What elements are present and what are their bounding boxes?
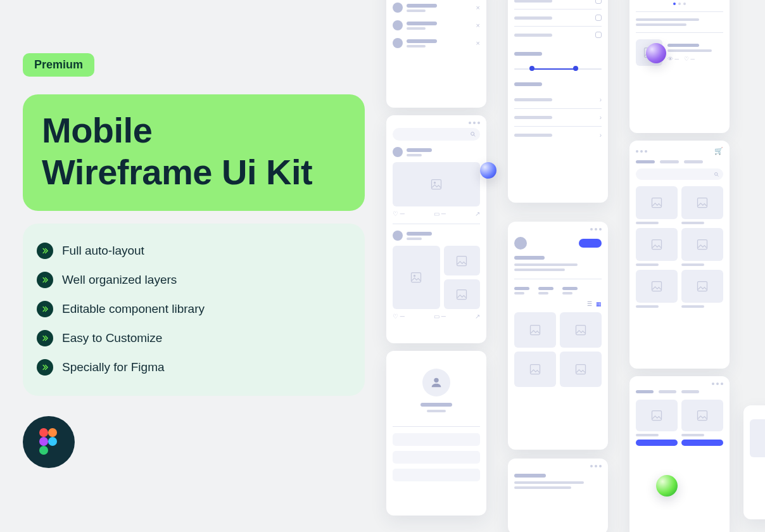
svg-point-3 bbox=[48, 437, 57, 446]
mockup-gallery: 🛒 bbox=[629, 141, 730, 369]
bullet-icon bbox=[37, 243, 53, 259]
svg-point-2 bbox=[39, 437, 48, 446]
feature-item: Easy to Customize bbox=[37, 324, 351, 353]
svg-rect-16 bbox=[576, 365, 586, 374]
svg-point-18 bbox=[715, 172, 718, 175]
svg-point-9 bbox=[414, 275, 415, 277]
range-slider bbox=[514, 66, 602, 72]
mockup-cluster: × × × × ♡ ─▭ ─↗ bbox=[374, 0, 765, 532]
bullet-icon bbox=[37, 330, 53, 346]
svg-point-0 bbox=[39, 428, 48, 437]
premium-badge: Premium bbox=[23, 53, 94, 77]
feature-item: Editable component library bbox=[37, 294, 351, 324]
svg-point-1 bbox=[48, 428, 57, 437]
mockup-profile bbox=[386, 351, 486, 516]
image-placeholder-icon bbox=[430, 178, 443, 191]
svg-point-5 bbox=[471, 132, 474, 136]
bullet-icon bbox=[37, 272, 53, 288]
decorative-orb-green bbox=[656, 475, 678, 497]
svg-rect-13 bbox=[531, 326, 540, 335]
svg-rect-24 bbox=[698, 282, 707, 291]
svg-rect-23 bbox=[652, 282, 662, 291]
feature-label: Easy to Customize bbox=[62, 331, 162, 345]
decorative-orb-blue bbox=[480, 162, 496, 179]
svg-rect-11 bbox=[457, 289, 467, 299]
svg-rect-22 bbox=[698, 240, 707, 250]
svg-rect-26 bbox=[698, 411, 707, 421]
svg-rect-6 bbox=[432, 180, 441, 189]
svg-rect-8 bbox=[412, 273, 421, 282]
svg-rect-20 bbox=[698, 198, 707, 208]
svg-rect-15 bbox=[531, 365, 540, 374]
bullet-icon bbox=[37, 301, 53, 317]
search-icon bbox=[470, 131, 476, 137]
eye-icon: 👁 ─ bbox=[667, 56, 679, 62]
mockup-product-card: ♡ 👁 ─♡ ─ bbox=[629, 0, 730, 133]
grid-view-icon: ▦ bbox=[596, 301, 602, 307]
product-title: Mobile Wireframe Ui Kit bbox=[42, 110, 346, 193]
title-line-1: Mobile bbox=[42, 110, 152, 150]
list-view-icon: ☰ bbox=[587, 301, 592, 307]
svg-rect-21 bbox=[652, 240, 662, 250]
figma-icon bbox=[38, 428, 60, 457]
decorative-orb-purple bbox=[646, 43, 666, 63]
feature-item: Specially for Figma bbox=[37, 353, 351, 382]
cart-icon: 🛒 bbox=[714, 147, 723, 155]
feature-label: Editable component library bbox=[62, 302, 205, 316]
feature-label: Well organized layers bbox=[62, 273, 177, 287]
mockup-text bbox=[508, 459, 608, 532]
comment-icon: ▭ ─ bbox=[434, 210, 446, 217]
chevron-right-icon: › bbox=[600, 96, 602, 103]
svg-point-7 bbox=[434, 182, 436, 184]
heart-icon: ♡ ─ bbox=[393, 210, 405, 217]
feature-item: Well organized layers bbox=[37, 265, 351, 294]
feature-item: Full auto-layout bbox=[37, 236, 351, 265]
figma-logo-badge bbox=[23, 416, 75, 468]
svg-rect-10 bbox=[457, 256, 467, 265]
title-line-2: Wireframe Ui Kit bbox=[42, 152, 312, 192]
info-panel: Premium Mobile Wireframe Ui Kit Full aut… bbox=[23, 53, 365, 468]
svg-point-12 bbox=[434, 378, 438, 383]
user-avatar-icon bbox=[422, 369, 450, 396]
mockup-edge bbox=[743, 405, 765, 519]
mockup-profile-grid: ☰▦ bbox=[508, 222, 608, 450]
svg-point-4 bbox=[39, 446, 48, 455]
svg-rect-25 bbox=[652, 411, 662, 421]
features-card: Full auto-layout Well organized layers E… bbox=[23, 224, 365, 396]
svg-rect-14 bbox=[576, 326, 586, 335]
mockup-contact-list: × × × × bbox=[386, 0, 486, 108]
mockup-shop bbox=[629, 376, 730, 532]
svg-rect-19 bbox=[652, 198, 662, 208]
bullet-icon bbox=[37, 359, 53, 376]
share-icon: ↗ bbox=[475, 210, 480, 217]
title-card: Mobile Wireframe Ui Kit bbox=[23, 94, 365, 211]
feature-label: Specially for Figma bbox=[62, 360, 165, 374]
mockup-feed: ♡ ─▭ ─↗ ♡ ─▭ ─↗ bbox=[386, 115, 486, 343]
feature-label: Full auto-layout bbox=[62, 244, 144, 258]
mockup-settings: › › › bbox=[508, 0, 608, 203]
